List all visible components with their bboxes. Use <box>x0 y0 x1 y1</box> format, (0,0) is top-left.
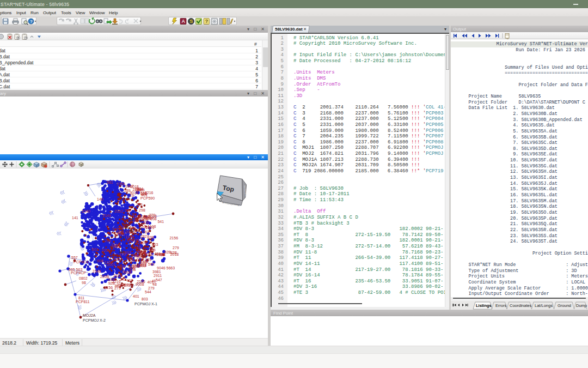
svg-text:9008: 9008 <box>136 282 144 286</box>
svg-text:2156: 2156 <box>104 286 113 289</box>
svg-text:PCP#CP: PCP#CP <box>71 271 86 275</box>
svg-text:2156: 2156 <box>131 264 139 268</box>
svg-text:803: 803 <box>91 248 98 251</box>
svg-text:298: 298 <box>139 208 145 212</box>
svg-text:401: 401 <box>126 279 133 282</box>
svg-text:41: 41 <box>130 229 134 233</box>
svg-text:803: 803 <box>127 257 133 261</box>
svg-text:763: 763 <box>143 230 149 234</box>
svg-text:544: 544 <box>145 290 151 294</box>
svg-text:279: 279 <box>173 246 179 250</box>
svg-text:1108: 1108 <box>105 261 113 264</box>
svg-text:811: 811 <box>78 296 84 300</box>
svg-text:108: 108 <box>126 238 133 242</box>
svg-text:1108: 1108 <box>138 250 146 254</box>
svg-text:298: 298 <box>105 239 111 243</box>
svg-text:563: 563 <box>148 262 155 266</box>
svg-text:547: 547 <box>156 278 162 282</box>
svg-text:PCPMOJ X-2: PCPMOJ X-2 <box>83 318 106 322</box>
svg-text:92B: 92B <box>108 281 115 285</box>
svg-text:Ground: Ground <box>558 303 571 308</box>
svg-text:92B: 92B <box>135 241 142 245</box>
svg-text:541: 541 <box>157 220 164 224</box>
svg-text:2256: 2256 <box>101 249 110 252</box>
svg-text:Listings: Listings <box>476 303 492 308</box>
svg-text:541: 541 <box>120 277 126 281</box>
svg-text:PCP811: PCP811 <box>76 300 90 304</box>
svg-text:2148: 2148 <box>93 269 101 273</box>
svg-text:2156: 2156 <box>169 236 178 240</box>
svg-text:16: 16 <box>119 250 123 254</box>
svg-text:92B: 92B <box>147 236 154 239</box>
svg-text:PCP#C4: PCP#C4 <box>74 260 88 264</box>
svg-text:7: 7 <box>152 249 154 252</box>
svg-text:92B: 92B <box>140 192 148 196</box>
svg-text:9046: 9046 <box>112 245 121 249</box>
svg-text:141: 141 <box>72 216 78 220</box>
svg-text:92B: 92B <box>170 251 177 255</box>
svg-text:A: A <box>182 19 186 24</box>
svg-text:3981: 3981 <box>152 270 161 274</box>
svg-text:9046 5663: 9046 5663 <box>157 266 175 270</box>
svg-text:Coordinates: Coordinates <box>510 303 532 308</box>
svg-text:PCPMOJ X-1: PCPMOJ X-1 <box>134 302 157 306</box>
svg-text:8: 8 <box>131 218 133 221</box>
svg-text:401: 401 <box>147 280 154 284</box>
svg-text:298: 298 <box>143 215 150 219</box>
svg-text:2052: 2052 <box>114 209 123 213</box>
svg-text:1108: 1108 <box>148 225 156 228</box>
svg-text:11: 11 <box>121 236 125 240</box>
svg-text:803: 803 <box>115 284 121 288</box>
svg-text:557: 557 <box>71 256 78 260</box>
svg-text:Errors: Errors <box>495 303 507 308</box>
svg-text:581: 581 <box>107 180 113 184</box>
svg-text:90B: 90B <box>97 259 104 263</box>
svg-text:Dump: Dump <box>576 303 587 308</box>
svg-text:Lat/Longs: Lat/Longs <box>535 303 553 308</box>
svg-text:0802: 0802 <box>79 276 88 280</box>
svg-text:401: 401 <box>133 294 139 298</box>
svg-text:2: 2 <box>127 245 130 249</box>
svg-text:2911: 2911 <box>154 274 162 277</box>
svg-text:228: 228 <box>112 257 119 261</box>
svg-text:92B: 92B <box>140 261 148 264</box>
svg-text:2021: 2021 <box>122 283 131 287</box>
svg-text:9018: 9018 <box>130 191 138 195</box>
svg-text:2359: 2359 <box>117 182 125 186</box>
svg-text:?: ? <box>205 19 209 24</box>
svg-text:2149: 2149 <box>102 214 111 218</box>
svg-text:803: 803 <box>142 297 148 301</box>
svg-text:21B: 21B <box>134 245 141 249</box>
svg-text:?: ? <box>30 19 33 24</box>
svg-text:MOJ2A: MOJ2A <box>83 313 96 317</box>
svg-text:S: S <box>189 19 193 24</box>
svg-text:7: 7 <box>144 225 146 228</box>
svg-text:2156: 2156 <box>134 217 143 221</box>
svg-text:140: 140 <box>97 197 103 201</box>
svg-text:98: 98 <box>82 281 86 285</box>
svg-text:803: 803 <box>152 243 158 246</box>
svg-text:279: 279 <box>118 231 124 234</box>
svg-text:2140: 2140 <box>82 209 90 213</box>
svg-text:21: 21 <box>125 226 129 230</box>
svg-text:41: 41 <box>107 231 111 235</box>
svg-text:763: 763 <box>124 209 131 213</box>
svg-text:279: 279 <box>148 286 155 290</box>
svg-text:7: 7 <box>122 270 124 274</box>
svg-text:2003: 2003 <box>117 265 125 269</box>
svg-text:763: 763 <box>136 203 143 207</box>
